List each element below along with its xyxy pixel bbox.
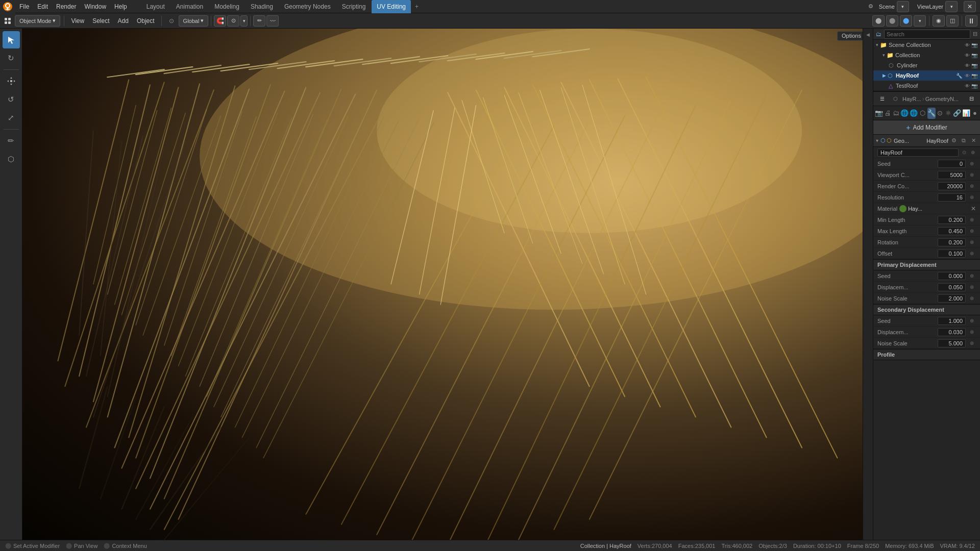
min-length-field[interactable]: 0.200 bbox=[938, 216, 966, 224]
outliner-search-input[interactable] bbox=[884, 30, 970, 39]
tab-uv-editing[interactable]: UV Editing bbox=[372, 0, 411, 13]
prop-tab-modifier[interactable]: 🔧 bbox=[927, 108, 936, 119]
viewport-count-field[interactable]: 5000 bbox=[938, 171, 966, 179]
pd-noise-btn[interactable]: ⊕ bbox=[968, 294, 976, 303]
pause-btn[interactable]: ⏸ bbox=[965, 15, 977, 27]
cyl-render-icon[interactable]: 📷 bbox=[971, 63, 977, 68]
mode-dropdown[interactable]: Object Mode ▾ bbox=[15, 15, 60, 27]
menu-render[interactable]: Render bbox=[52, 2, 80, 12]
seed-animate-btn[interactable]: ⊕ bbox=[968, 160, 976, 168]
outliner-item-cylinder[interactable]: ⬡ Cylinder 👁 📷 bbox=[873, 60, 980, 70]
tab-shading[interactable]: Shading bbox=[246, 0, 278, 13]
material-name-text[interactable]: Hay... bbox=[908, 206, 969, 212]
resolution-field[interactable]: 16 bbox=[938, 193, 966, 202]
tool-annotate[interactable]: ✏ bbox=[3, 132, 20, 149]
ml-animate-btn[interactable]: ⊕ bbox=[968, 216, 976, 224]
test-vis-icon[interactable]: 👁 bbox=[965, 83, 970, 89]
vc-animate-btn[interactable]: ⊕ bbox=[968, 171, 976, 179]
tool-mesh-select[interactable]: ⬡ bbox=[3, 151, 20, 168]
coll-render-icon[interactable]: 📷 bbox=[971, 53, 977, 58]
prop-tab-physics[interactable]: ⚛ bbox=[945, 108, 952, 119]
viewlayer-dropdown[interactable]: ▾ bbox=[945, 1, 958, 12]
render-count-field[interactable]: 20000 bbox=[938, 182, 966, 190]
proportional-dropdown[interactable]: ▾ bbox=[240, 15, 248, 27]
rotation-field[interactable]: 0.200 bbox=[938, 238, 966, 246]
rendered-shading-btn[interactable]: ⬤ bbox=[900, 15, 912, 27]
tab-layout[interactable]: Layout bbox=[141, 0, 170, 13]
outliner-item-scene-collection[interactable]: ▾ 📁 Scene Collection 👁 📷 bbox=[873, 40, 980, 50]
sd-noise-btn[interactable]: ⊕ bbox=[968, 339, 976, 347]
prop-tab-material[interactable]: ● bbox=[971, 108, 978, 119]
hayroof-data-icon[interactable]: 🔧 bbox=[956, 73, 962, 79]
proportional-icon[interactable]: ⊙ bbox=[227, 15, 239, 27]
prop-tab-particles[interactable]: ⊙ bbox=[937, 108, 944, 119]
sd-disp-field[interactable]: 0.030 bbox=[938, 328, 966, 336]
add-modifier-button[interactable]: + Add Modifier bbox=[873, 120, 980, 135]
main-viewport[interactable]: Options ▾ bbox=[22, 29, 873, 540]
mxl-animate-btn[interactable]: ⊕ bbox=[968, 227, 976, 235]
offset-field[interactable]: 0.100 bbox=[938, 249, 966, 258]
add-tab-button[interactable]: + bbox=[412, 2, 422, 12]
sd-seed-btn[interactable]: ⊕ bbox=[968, 317, 976, 325]
scene-vis-icon[interactable]: 👁 bbox=[965, 42, 970, 48]
tab-animation[interactable]: Animation bbox=[171, 0, 208, 13]
tool-rotate[interactable]: ↺ bbox=[3, 91, 20, 108]
toolbar-add[interactable]: Add bbox=[115, 16, 132, 26]
annotation-icon[interactable]: ✏ bbox=[253, 15, 265, 27]
prop-tab-constraints[interactable]: 🔗 bbox=[953, 108, 961, 119]
modifier-close-icon[interactable]: ✕ bbox=[969, 137, 977, 145]
prop-tab-scene[interactable]: 🌐 bbox=[900, 108, 909, 119]
toolbar-select[interactable]: Select bbox=[89, 16, 112, 26]
modifier-name-input[interactable] bbox=[877, 148, 959, 157]
tab-geometry-nodes[interactable]: Geometry Nodes bbox=[279, 0, 336, 13]
cyl-vis-icon[interactable]: 👁 bbox=[965, 63, 970, 68]
coll-vis-icon[interactable]: 👁 bbox=[965, 53, 970, 58]
prop-tab-render[interactable]: 📷 bbox=[875, 108, 883, 119]
hayroof-render-icon[interactable]: 📷 bbox=[971, 73, 977, 79]
global-dropdown[interactable]: Global ▾ bbox=[179, 15, 209, 27]
modifier-settings-icon[interactable]: ⚙ bbox=[950, 137, 958, 145]
sidebar-toggle-icon[interactable]: ◀ bbox=[864, 30, 873, 39]
props-filter-btn[interactable]: ⊟ bbox=[965, 93, 977, 105]
modifier-copy-icon[interactable]: ⧉ bbox=[960, 137, 968, 145]
tool-select[interactable] bbox=[3, 31, 20, 48]
rot-animate-btn[interactable]: ⊕ bbox=[968, 238, 976, 246]
material-preview-btn[interactable]: ⬤ bbox=[886, 15, 898, 27]
prop-tab-data[interactable]: 📊 bbox=[962, 108, 970, 119]
outliner-item-testroof[interactable]: △ TestRoof 👁 📷 bbox=[873, 81, 980, 91]
sd-noise-field[interactable]: 5.000 bbox=[938, 339, 966, 347]
props-sidebar-toggle[interactable]: ☰ bbox=[876, 93, 888, 105]
prop-tab-output[interactable]: 🖨 bbox=[884, 108, 891, 119]
sd-disp-btn[interactable]: ⊕ bbox=[968, 328, 976, 336]
tab-modeling[interactable]: Modeling bbox=[209, 0, 244, 13]
res-animate-btn[interactable]: ⊕ bbox=[968, 193, 976, 202]
modifier-apply-btn[interactable]: ⊕ bbox=[969, 148, 976, 157]
toolbar-object[interactable]: Object bbox=[134, 16, 158, 26]
off-animate-btn[interactable]: ⊕ bbox=[968, 249, 976, 258]
tool-cursor[interactable]: ↻ bbox=[3, 49, 20, 67]
tab-scripting[interactable]: Scripting bbox=[337, 0, 371, 13]
outliner-item-collection[interactable]: ▾ 📁 Collection 👁 📷 bbox=[873, 50, 980, 60]
test-render-icon[interactable]: 📷 bbox=[971, 83, 977, 89]
prop-tab-viewlayer[interactable]: 🗂 bbox=[892, 108, 899, 119]
close-icon[interactable]: ✕ bbox=[964, 1, 976, 12]
xray-btn[interactable]: ◫ bbox=[946, 15, 959, 27]
snap-icon[interactable]: 🧲 bbox=[214, 15, 226, 27]
toolbar-view[interactable]: View bbox=[68, 16, 87, 26]
sd-seed-field[interactable]: 1.000 bbox=[938, 317, 966, 325]
menu-window[interactable]: Window bbox=[80, 2, 110, 12]
scene-dropdown[interactable]: ▾ bbox=[897, 1, 909, 12]
modifier-socket-btn[interactable]: ⊙ bbox=[961, 148, 967, 157]
prop-tab-object[interactable]: ⬡ bbox=[919, 108, 926, 119]
outliner-item-hayroof[interactable]: ▶ ⬡ HayRoof 🔧 👁 📷 bbox=[873, 70, 980, 81]
solid-shading-btn[interactable]: ⬤ bbox=[872, 15, 885, 27]
outliner-filter-icon[interactable]: ⊟ bbox=[973, 31, 977, 37]
pd-noise-field[interactable]: 2.000 bbox=[938, 294, 966, 303]
pd-seed-field[interactable]: 0.000 bbox=[938, 272, 966, 280]
tool-scale[interactable]: ⤢ bbox=[3, 109, 20, 127]
pd-seed-btn[interactable]: ⊕ bbox=[968, 272, 976, 280]
prop-tab-world[interactable]: 🌐 bbox=[910, 108, 918, 119]
pd-disp-field[interactable]: 0.050 bbox=[938, 283, 966, 291]
seed-value-field[interactable]: 0 bbox=[938, 160, 966, 168]
menu-file[interactable]: File bbox=[15, 2, 33, 12]
